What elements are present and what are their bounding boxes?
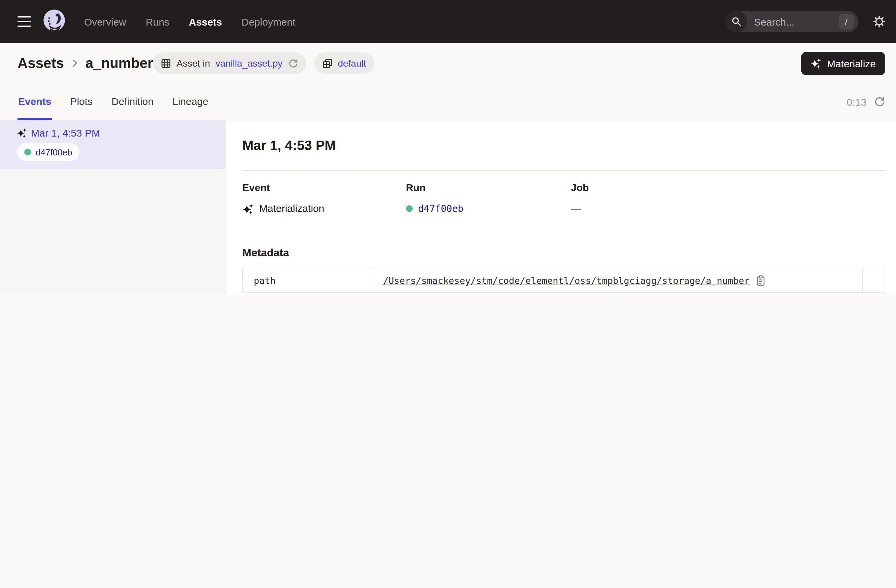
event-type-value: Materialization xyxy=(259,202,324,215)
global-search[interactable]: / xyxy=(726,11,858,32)
tab-events[interactable]: Events xyxy=(17,84,52,120)
materialize-button[interactable]: Materialize xyxy=(802,52,885,75)
metadata-row: path /Users/smackesey/stm/code/elementl/… xyxy=(243,268,885,292)
app: Overview Runs Assets Deployment / xyxy=(0,0,896,294)
copy-path-icon[interactable] xyxy=(756,275,765,286)
event-list-sidebar: Mar 1, 4:53 PM d47f00eb xyxy=(0,120,226,294)
event-column-label: Event xyxy=(242,182,406,194)
search-shortcut-badge: / xyxy=(839,14,853,29)
asset-definition-chip: Asset in vanilla_asset.py xyxy=(153,52,306,74)
materialize-label: Materialize xyxy=(827,58,876,69)
refresh-icon[interactable] xyxy=(873,96,885,108)
event-list-item-selected[interactable]: Mar 1, 4:53 PM d47f00eb xyxy=(0,120,225,169)
metadata-heading: Metadata xyxy=(242,246,885,260)
settings-gear-icon[interactable] xyxy=(872,14,887,29)
dagster-logo-icon[interactable] xyxy=(41,8,68,35)
run-status-dot-icon xyxy=(406,205,413,212)
run-tag-badge: d47f00eb xyxy=(17,143,79,161)
path-link[interactable]: /Users/smackesey/stm/code/elementl/oss/t… xyxy=(383,275,750,286)
asset-tabs-row: Events Plots Definition Lineage 0:13 xyxy=(0,84,896,120)
asset-grid-icon xyxy=(161,58,171,68)
metadata-actions-cell xyxy=(862,268,885,292)
nav-runs[interactable]: Runs xyxy=(146,16,169,27)
event-detail-title: Mar 1, 4:53 PM xyxy=(242,137,885,153)
run-column-label: Run xyxy=(406,182,571,194)
event-detail-panel: Mar 1, 4:53 PM Event Materialization xyxy=(226,120,896,294)
nav-deployment[interactable]: Deployment xyxy=(242,16,296,27)
divider xyxy=(242,170,885,171)
metadata-key: path xyxy=(243,268,372,292)
page-header: Assets a_number Asset in vanilla_asset.p… xyxy=(0,43,896,84)
primary-nav: Overview Runs Assets Deployment xyxy=(84,16,296,27)
materialization-sparkle-icon xyxy=(17,128,27,138)
hamburger-menu-icon[interactable] xyxy=(17,16,31,27)
tab-definition[interactable]: Definition xyxy=(111,84,154,120)
search-icon xyxy=(726,11,747,32)
search-input[interactable] xyxy=(747,16,839,27)
event-summary-columns: Event Materialization Run d47f0 xyxy=(242,182,885,215)
event-timestamp-link[interactable]: Mar 1, 4:53 PM xyxy=(31,127,100,138)
reload-definitions-icon[interactable] xyxy=(288,58,298,68)
nav-assets[interactable]: Assets xyxy=(189,16,222,27)
chevron-right-icon xyxy=(72,59,78,68)
nav-overview[interactable]: Overview xyxy=(84,16,126,27)
top-navigation-bar: Overview Runs Assets Deployment / xyxy=(0,0,896,43)
asset-file-link[interactable]: vanilla_asset.py xyxy=(215,58,282,68)
metadata-table: path /Users/smackesey/stm/code/elementl/… xyxy=(242,268,885,293)
asset-tabs: Events Plots Definition Lineage xyxy=(17,84,209,120)
run-status-dot-icon xyxy=(24,149,31,155)
tab-plots[interactable]: Plots xyxy=(69,84,93,120)
breadcrumb: Assets a_number xyxy=(17,55,153,71)
auto-refresh-timer: 0:13 xyxy=(847,96,866,107)
job-column-label: Job xyxy=(571,182,885,194)
repository-link[interactable]: default xyxy=(338,58,366,68)
asset-chip-prefix: Asset in xyxy=(177,58,210,68)
run-tag-id: d47f00eb xyxy=(36,147,72,157)
repository-chip: default xyxy=(314,52,374,74)
sparkle-icon xyxy=(811,58,821,68)
repository-icon xyxy=(322,58,332,68)
tab-lineage[interactable]: Lineage xyxy=(172,84,209,120)
asset-name: a_number xyxy=(85,55,153,71)
topbar-right: / xyxy=(726,11,887,32)
breadcrumb-assets-link[interactable]: Assets xyxy=(17,55,64,71)
materialization-sparkle-icon xyxy=(242,203,254,214)
job-value: — xyxy=(571,202,581,215)
run-id-link[interactable]: d47f00eb xyxy=(418,202,463,215)
metadata-value-cell: /Users/smackesey/stm/code/elementl/oss/t… xyxy=(372,268,862,292)
